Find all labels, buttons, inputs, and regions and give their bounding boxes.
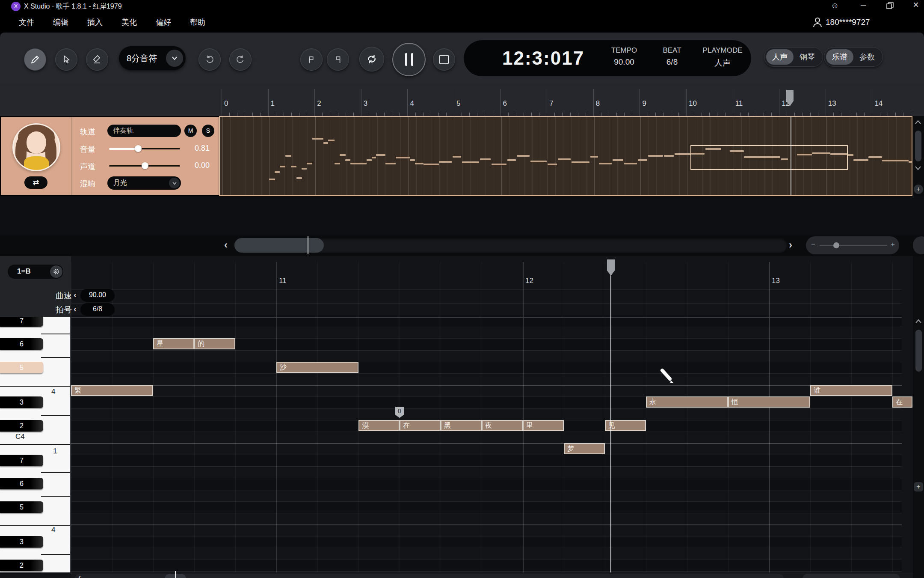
piano-black-key-6[interactable]: 6 [0,338,43,350]
lyric-note[interactable]: 黑 [441,420,482,431]
overview-zoom-slider[interactable]: − + [806,236,899,254]
menu-item-1[interactable]: 编辑 [53,17,68,27]
piano-black-key-3[interactable]: 3 [0,396,43,408]
zoom-out-icon[interactable]: − [811,240,815,249]
piano-black-key-2[interactable]: 2 [0,420,43,432]
tempo-collapse-icon[interactable]: ‹ [74,289,77,300]
piano-black-key-7[interactable]: 7 [0,455,43,466]
pencil-tool-button[interactable] [24,48,46,71]
toggle-view-0[interactable]: 乐谱 [826,49,853,65]
time-sig-pill[interactable]: 6/8 [80,303,115,316]
lyric-note[interactable]: 星 [153,338,194,349]
pause-button[interactable] [392,43,426,76]
roll-zoom-in-button[interactable]: + [914,482,923,492]
switch-track-button[interactable]: ⇄ [24,176,47,189]
mute-button[interactable]: M [184,125,197,137]
song-tempo-pill[interactable]: 90.00 [80,289,115,302]
loop-toggle-button[interactable] [359,47,384,72]
roll-zoom-slider[interactable] [803,574,900,578]
lyric-note[interactable]: 漠 [358,420,400,431]
piano-roll-grid[interactable]: 111213繁星的沙漠在黑夜里见梦永恒谁在 [0,256,913,578]
restore-button[interactable] [886,2,894,10]
timesig-collapse-icon[interactable]: ‹ [74,304,77,314]
ruler-minor-tick [787,113,787,116]
score-params-toggle[interactable]: 乐谱参数 [824,47,883,67]
loop-end-flag-button[interactable] [327,48,349,71]
loop-start-flag-button[interactable] [300,48,323,71]
piano-keyboard[interactable]: 76532765324C414 [0,317,71,572]
scroll-up-icon[interactable] [915,319,922,324]
zoom-in-icon[interactable]: + [891,240,895,249]
feedback-emoji-icon[interactable]: ☺ [831,1,839,10]
track-clip[interactable] [219,116,912,196]
scroll-right-icon[interactable]: › [789,239,792,251]
lyric-note[interactable]: 梦 [564,443,605,454]
overview-zoom-in-button[interactable]: + [914,185,923,194]
menu-item-5[interactable]: 帮助 [190,17,205,27]
key-signature-pill[interactable]: 1=B [8,265,63,279]
menu-item-3[interactable]: 美化 [121,17,137,27]
timeline-ruler[interactable]: 01234567891011121314 [0,84,924,116]
piano-black-key-2[interactable]: 2 [0,560,43,571]
select-tool-button[interactable] [55,48,77,71]
piano-black-key-3[interactable]: 3 [0,536,43,548]
menu-item-2[interactable]: 插入 [87,17,103,27]
singer-avatar[interactable] [12,123,60,171]
reverb-dropdown[interactable]: 月光 [107,176,181,190]
toggle-voice-1[interactable]: 钢琴 [794,49,821,65]
stop-button[interactable] [433,48,455,71]
hscroll-thumb[interactable] [234,238,324,253]
lyric-note[interactable]: 沙 [276,362,358,373]
overview-selection-box[interactable] [690,145,848,170]
piano-black-key-6[interactable]: 6 [0,478,43,489]
vscroll-thumb[interactable] [915,131,921,161]
solo-button[interactable]: S [202,125,214,137]
lyric-note[interactable]: 永 [646,396,728,408]
scroll-left-icon[interactable]: ‹ [224,239,228,251]
roll-grid-hline [71,408,902,408]
scroll-left-icon[interactable]: ‹ [78,573,81,578]
roll-hscroll-thumb[interactable] [165,574,186,578]
roll-hscrollbar[interactable]: ‹ [75,574,784,578]
gear-icon[interactable] [50,265,62,278]
pan-slider[interactable] [109,160,180,171]
lyric-note[interactable]: 在 [400,420,441,431]
voice-piano-toggle[interactable]: 人声钢琴 [764,47,823,67]
zoom-knob[interactable] [833,242,839,248]
piano-black-key-5[interactable]: 5 [0,362,43,373]
piano-black-key-5[interactable]: 5 [0,501,43,513]
track-name-input[interactable]: 伴奏轨 [107,125,181,137]
scroll-down-icon[interactable] [915,166,921,171]
roll-vscrollbar[interactable]: + [913,256,924,578]
volume-knob[interactable] [135,145,142,152]
menu-item-4[interactable]: 偏好 [156,17,171,27]
piano-black-key-7[interactable]: 7 [0,317,43,327]
lyric-note[interactable]: 繁 [71,385,153,396]
scroll-up-icon[interactable] [915,119,921,125]
undo-button[interactable] [198,48,221,71]
roll-vscroll-thumb[interactable] [915,330,922,372]
lyric-note[interactable]: 谁 [810,385,892,396]
minimize-button[interactable]: – [861,0,866,10]
overview-note-dash [424,164,439,165]
menu-item-0[interactable]: 文件 [19,17,34,27]
ruler-minor-tick [624,113,625,116]
lyric-note[interactable]: 夜 [482,420,523,431]
close-button[interactable]: × [913,0,919,11]
toggle-voice-0[interactable]: 人声 [766,49,794,65]
overview-hscrollbar[interactable] [234,238,787,253]
note-length-dropdown[interactable]: 8分音符 [119,46,186,70]
lyric-note[interactable]: 恒 [728,396,810,408]
volume-slider[interactable] [109,143,180,154]
toggle-view-1[interactable]: 参数 [853,49,881,65]
eraser-tool-button[interactable] [86,48,108,71]
overview-note-dash [439,161,452,163]
overview-vscrollbar[interactable]: + [912,116,924,196]
redo-button[interactable] [229,48,252,71]
lyric-note[interactable]: 的 [194,338,235,349]
zoom-extra-control[interactable] [913,236,924,254]
lyric-note[interactable]: 里 [523,420,564,431]
pan-knob[interactable] [142,162,148,169]
account-badge[interactable]: 180****9727 [813,17,870,27]
lyric-note[interactable]: 在 [892,396,912,408]
